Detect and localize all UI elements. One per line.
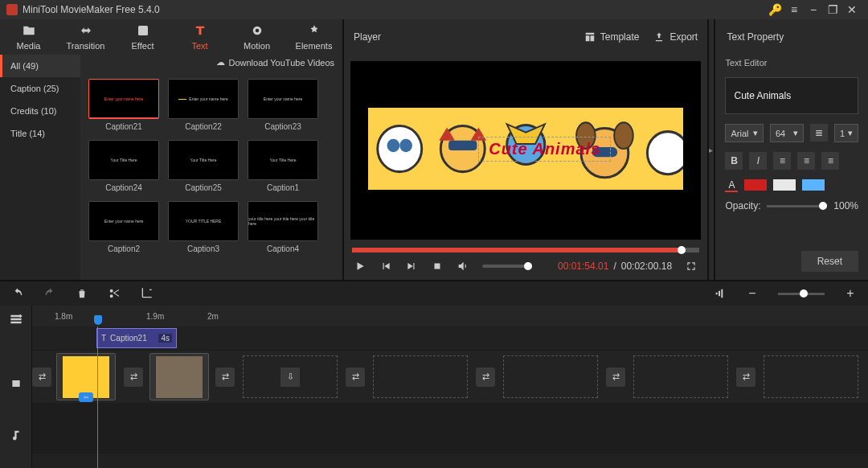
- transition-slot-0[interactable]: ⇄: [32, 367, 51, 387]
- playhead-handle[interactable]: [94, 315, 102, 325]
- zoom-slider[interactable]: [778, 293, 825, 295]
- volume-icon[interactable]: [457, 260, 469, 273]
- reset-button[interactable]: Reset: [801, 251, 858, 272]
- empty-slot-3[interactable]: [503, 355, 598, 398]
- window-maximize-icon[interactable]: ❐: [823, 0, 842, 19]
- clip-thumbnail: [156, 356, 203, 398]
- transition-slot-6[interactable]: ⇄: [736, 367, 755, 387]
- transition-slot-5[interactable]: ⇄: [606, 367, 625, 387]
- thumb-caption3[interactable]: YOUR TITLE HERE: [168, 201, 239, 241]
- video-clip-1[interactable]: ✂: [56, 353, 116, 400]
- line-spacing-icon[interactable]: ≣: [810, 124, 828, 142]
- video-track-row[interactable]: ⇄ ✂ ⇄ ⇄ ⇩ ⇄ ⇄ ⇄ ⇄: [32, 351, 868, 404]
- split-button[interactable]: [108, 287, 121, 300]
- undo-button[interactable]: [11, 287, 24, 300]
- fill-color-swatch[interactable]: [744, 179, 767, 191]
- font-family-select[interactable]: Arial▾: [725, 124, 764, 142]
- progress-bar[interactable]: [352, 248, 699, 252]
- font-size-select[interactable]: 64▾: [770, 124, 804, 142]
- highlight-color-swatch[interactable]: [802, 179, 825, 191]
- zoom-out-button[interactable]: −: [746, 287, 759, 300]
- text-track-row[interactable]: Track1 T Caption21 4s: [32, 326, 868, 351]
- tab-effect[interactable]: Effect: [114, 19, 171, 55]
- align-left-button[interactable]: ≡: [773, 152, 791, 170]
- library-panel: Media Transition Effect Text Motion Elem…: [0, 19, 344, 280]
- tab-elements[interactable]: Elements: [285, 19, 342, 55]
- opacity-slider[interactable]: [767, 205, 827, 207]
- chevron-down-icon: ▾: [848, 128, 853, 138]
- next-frame-button[interactable]: [405, 260, 418, 273]
- delete-button[interactable]: [76, 287, 88, 300]
- transition-slot-4[interactable]: ⇄: [476, 367, 495, 387]
- transition-slot-1[interactable]: ⇄: [124, 367, 143, 387]
- folder-plus-icon: [22, 23, 36, 38]
- timecode-current: 00:01:54.01: [558, 261, 608, 272]
- window-close-icon[interactable]: ✕: [842, 0, 862, 19]
- text-color-button[interactable]: A: [725, 179, 738, 191]
- svg-point-17: [647, 131, 683, 174]
- empty-slot-4[interactable]: [633, 355, 728, 398]
- fullscreen-button[interactable]: [685, 260, 698, 273]
- chevron-down-icon: ▾: [753, 128, 758, 138]
- timeline-ruler[interactable]: 1.8m 1.9m 2m: [32, 306, 868, 326]
- bg-color-swatch[interactable]: [773, 179, 796, 191]
- download-youtube-link[interactable]: ☁ Download YouTube Videos: [216, 57, 335, 68]
- prev-frame-button[interactable]: [379, 260, 392, 273]
- license-key-icon[interactable]: 🔑: [765, 0, 784, 19]
- preview-text-overlay[interactable]: Cute Animals: [478, 137, 611, 162]
- add-track-button[interactable]: [0, 306, 31, 333]
- thumb-caption22[interactable]: Enter your name here: [168, 79, 239, 119]
- text-clip-t-icon: T: [101, 334, 106, 343]
- align-right-button[interactable]: ≡: [821, 152, 839, 170]
- thumb-caption1[interactable]: Your Title Here: [248, 140, 318, 180]
- thumb-caption4[interactable]: your title here your title here your tit…: [248, 201, 318, 241]
- italic-button[interactable]: I: [749, 152, 767, 170]
- svg-rect-0: [138, 26, 148, 35]
- tab-text[interactable]: Text: [171, 19, 228, 55]
- app-logo: [6, 4, 18, 15]
- text-clip-caption21[interactable]: T Caption21 4s: [96, 328, 177, 348]
- sidebar-item-caption[interactable]: Caption (25): [0, 77, 80, 100]
- tab-media[interactable]: Media: [0, 19, 57, 55]
- audio-track-row[interactable]: [32, 404, 868, 454]
- zoom-in-button[interactable]: +: [844, 287, 857, 300]
- tab-transition[interactable]: Transition: [57, 19, 114, 55]
- line-spacing-select[interactable]: 1▾: [834, 124, 858, 142]
- thumb-caption2[interactable]: Enter your name here: [88, 201, 159, 241]
- video-clip-2[interactable]: [149, 353, 209, 400]
- sidebar-item-credits[interactable]: Credits (10): [0, 100, 80, 122]
- stop-button[interactable]: [431, 260, 444, 273]
- speed-button[interactable]: [714, 287, 727, 300]
- tab-motion[interactable]: Motion: [228, 19, 285, 55]
- window-minimize-icon[interactable]: −: [804, 0, 823, 19]
- align-center-button[interactable]: ≡: [797, 152, 815, 170]
- hamburger-menu-icon[interactable]: ≡: [784, 0, 804, 19]
- collapse-right-panel[interactable]: ▸: [709, 19, 715, 280]
- crop-button[interactable]: [140, 287, 153, 300]
- video-track-icon[interactable]: [0, 357, 31, 410]
- volume-slider[interactable]: [482, 265, 532, 268]
- thumb-caption24[interactable]: Your Title Here: [88, 140, 159, 180]
- template-button[interactable]: Template: [584, 31, 640, 43]
- thumb-caption21[interactable]: Enter your name here: [88, 79, 159, 119]
- audio-track-icon[interactable]: [0, 410, 31, 460]
- split-badge-icon[interactable]: ✂: [79, 392, 93, 402]
- play-button[interactable]: [354, 260, 366, 273]
- player-label: Player: [354, 31, 381, 43]
- sidebar-item-title[interactable]: Title (14): [0, 122, 80, 145]
- transition-slot-2[interactable]: ⇄: [215, 367, 235, 387]
- thumb-caption25[interactable]: Your Title Here: [168, 140, 239, 180]
- text-content-input[interactable]: [725, 77, 858, 114]
- empty-slot-2[interactable]: [373, 355, 468, 398]
- clip-thumbnail: [63, 356, 109, 398]
- text-editor-label: Text Editor: [725, 58, 858, 68]
- bold-button[interactable]: B: [725, 152, 743, 170]
- empty-slot-5[interactable]: [764, 355, 858, 398]
- redo-button[interactable]: [43, 287, 56, 300]
- transition-slot-3[interactable]: ⇄: [346, 367, 365, 387]
- preview-stage[interactable]: Cute Animals: [350, 61, 701, 240]
- thumb-caption23[interactable]: Enter your name here: [248, 79, 318, 119]
- sidebar-item-all[interactable]: All (49): [0, 55, 80, 77]
- empty-slot-1[interactable]: ⇩: [243, 355, 338, 398]
- export-button[interactable]: Export: [653, 31, 698, 43]
